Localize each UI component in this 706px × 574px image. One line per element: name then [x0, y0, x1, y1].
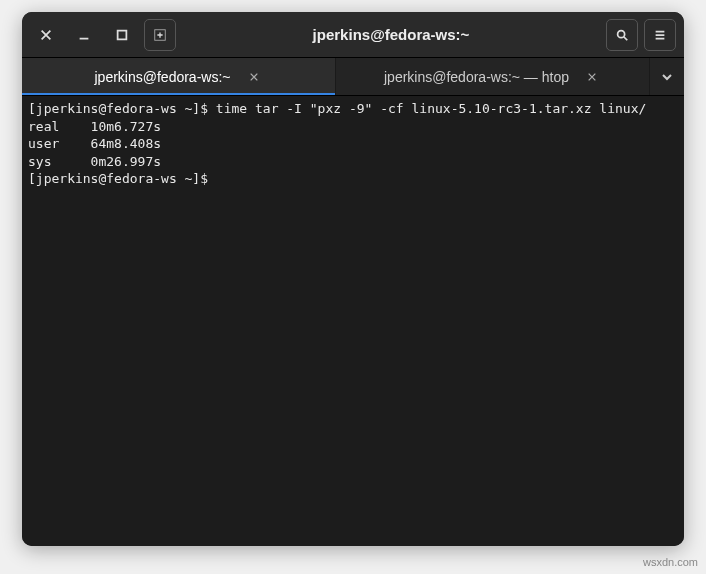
hamburger-icon: [653, 28, 667, 42]
tab-close-button[interactable]: [583, 68, 601, 86]
svg-point-2: [618, 30, 625, 37]
titlebar: jperkins@fedora-ws:~: [22, 12, 684, 58]
minimize-window-button[interactable]: [68, 19, 100, 51]
minimize-icon: [77, 28, 91, 42]
terminal-line: sys 0m26.997s: [28, 153, 678, 171]
terminal-line: [jperkins@fedora-ws ~]$ time tar -I "pxz…: [28, 100, 678, 118]
terminal-window: jperkins@fedora-ws:~ jperkins@fedora-ws:…: [22, 12, 684, 546]
tab-close-button[interactable]: [245, 68, 263, 86]
close-icon: [39, 28, 53, 42]
tab-2[interactable]: jperkins@fedora-ws:~ — htop: [336, 58, 650, 95]
tab-1[interactable]: jperkins@fedora-ws:~: [22, 58, 336, 95]
terminal-line: real 10m6.727s: [28, 118, 678, 136]
watermark: wsxdn.com: [643, 556, 698, 568]
search-icon: [615, 28, 629, 42]
chevron-down-icon: [661, 71, 673, 83]
maximize-window-button[interactable]: [106, 19, 138, 51]
new-tab-button[interactable]: [144, 19, 176, 51]
close-icon: [249, 72, 259, 82]
close-window-button[interactable]: [30, 19, 62, 51]
close-icon: [587, 72, 597, 82]
window-title: jperkins@fedora-ws:~: [182, 26, 600, 43]
tab-label: jperkins@fedora-ws:~ — htop: [384, 69, 569, 85]
tab-label: jperkins@fedora-ws:~: [95, 69, 231, 85]
svg-rect-0: [118, 30, 127, 39]
tabbar: jperkins@fedora-ws:~ jperkins@fedora-ws:…: [22, 58, 684, 96]
menu-button[interactable]: [644, 19, 676, 51]
terminal-line: [jperkins@fedora-ws ~]$: [28, 170, 678, 188]
tab-dropdown-button[interactable]: [650, 58, 684, 95]
search-button[interactable]: [606, 19, 638, 51]
new-tab-icon: [153, 28, 167, 42]
terminal-line: user 64m8.408s: [28, 135, 678, 153]
terminal-content[interactable]: [jperkins@fedora-ws ~]$ time tar -I "pxz…: [22, 96, 684, 546]
maximize-icon: [115, 28, 129, 42]
